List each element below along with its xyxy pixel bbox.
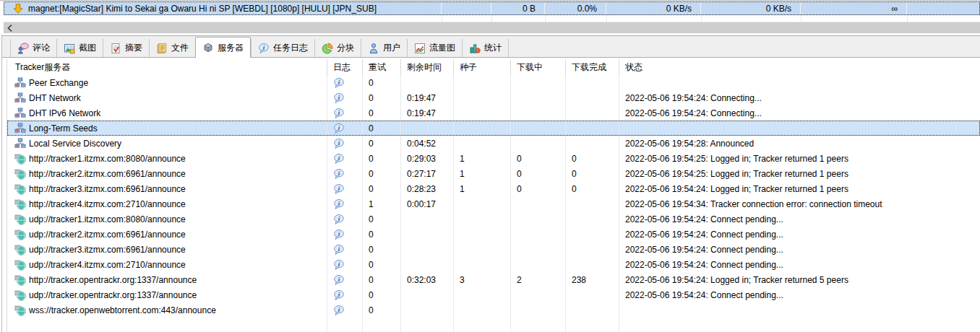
- log-cell[interactable]: i: [327, 302, 363, 318]
- status-cell: 2022-05-06 19:54:24: Logged in; Tracker …: [619, 181, 980, 196]
- log-icon[interactable]: i: [333, 289, 345, 301]
- table-row[interactable]: Local Service Discovery i 0 0:04:52 2022…: [7, 136, 980, 151]
- log-cell[interactable]: i: [327, 211, 363, 227]
- log-icon[interactable]: i: [333, 77, 345, 89]
- log-cell[interactable]: i: [327, 166, 363, 181]
- tab-comments[interactable]: 评论: [10, 39, 56, 57]
- column-header-log[interactable]: 日志: [327, 59, 363, 75]
- log-cell[interactable]: i: [327, 105, 363, 121]
- table-row[interactable]: http://tracker3.itzmx.com:6961/announce …: [7, 181, 980, 196]
- table-row[interactable]: http://tracker.opentrackr.org:1337/annou…: [7, 272, 980, 287]
- log-icon[interactable]: i: [333, 153, 345, 165]
- downloading-cell: 2: [511, 272, 566, 287]
- log-cell[interactable]: i: [327, 181, 363, 196]
- tab-pieces[interactable]: 分块: [314, 39, 361, 57]
- log-icon[interactable]: i: [333, 183, 345, 195]
- table-row[interactable]: udp://tracker4.itzmx.com:2710/announce i…: [7, 257, 980, 272]
- summary-icon: [110, 43, 121, 54]
- table-row[interactable]: Long-Term Seeds i 0: [7, 121, 980, 136]
- tracker-name: http://tracker4.itzmx.com:2710/announce: [29, 199, 186, 209]
- log-cell[interactable]: i: [327, 75, 363, 90]
- tab-server[interactable]: 服务器: [195, 37, 251, 58]
- downloading-cell: [511, 75, 566, 90]
- seeds-cell: 1: [454, 166, 511, 181]
- globe-icon: [14, 259, 26, 271]
- table-row[interactable]: wss://tracker.openwebtorrent.com:443/ann…: [7, 302, 980, 318]
- column-header-retry[interactable]: 重试: [363, 59, 401, 75]
- table-row[interactable]: udp://tracker2.itzmx.com:6961/announce i…: [7, 227, 980, 242]
- status-cell: 2022-05-06 19:54:24: Connect pending...: [619, 227, 980, 242]
- column-header-tracker[interactable]: Tracker服务器: [7, 59, 327, 75]
- log-icon[interactable]: i: [333, 168, 345, 180]
- table-row[interactable]: DHT Network i 0 0:19:47 2022-05-06 19:54…: [7, 90, 980, 105]
- tracker-name-cell: udp://tracker3.itzmx.com:6961/announce: [7, 242, 327, 257]
- seeds-cell: 3: [454, 272, 511, 287]
- retry-cell: 0: [363, 121, 401, 136]
- log-cell[interactable]: i: [327, 272, 363, 287]
- log-icon[interactable]: i: [333, 229, 345, 240]
- log-cell[interactable]: i: [327, 151, 363, 166]
- seeds-cell: [454, 90, 511, 105]
- table-row[interactable]: DHT IPv6 Network i 0 0:19:47 2022-05-06 …: [7, 105, 980, 121]
- status-cell: [619, 121, 980, 136]
- log-cell[interactable]: i: [327, 136, 363, 151]
- log-icon[interactable]: i: [333, 198, 345, 210]
- tracker-name-cell: udp://tracker2.itzmx.com:6961/announce: [7, 227, 327, 242]
- log-icon[interactable]: i: [333, 244, 345, 255]
- log-cell[interactable]: i: [327, 287, 363, 302]
- table-row[interactable]: http://tracker1.itzmx.com:8080/announce …: [7, 151, 980, 166]
- remaining-time-cell: 0:32:03: [401, 272, 454, 287]
- log-icon[interactable]: i: [333, 138, 345, 149]
- horizontal-scrollbar[interactable]: [4, 22, 980, 33]
- tab-traffic[interactable]: 流量图: [407, 39, 462, 57]
- log-icon[interactable]: i: [333, 274, 345, 286]
- column-header-seeds[interactable]: 种子: [454, 59, 511, 75]
- tab-screenshot[interactable]: 截图: [56, 39, 103, 57]
- column-header-downloading[interactable]: 下载中: [511, 59, 566, 75]
- log-icon[interactable]: i: [333, 92, 345, 104]
- table-row[interactable]: Peer Exchange i 0: [7, 75, 980, 90]
- downloaded-cell: [566, 242, 619, 257]
- log-cell[interactable]: i: [327, 257, 363, 272]
- status-cell: 2022-05-06 19:54:24: Connect pending...: [619, 242, 980, 257]
- remaining-time-cell: [401, 257, 454, 272]
- tracker-name: DHT Network: [29, 93, 81, 103]
- log-icon[interactable]: i: [333, 259, 345, 271]
- downloading-cell: [511, 242, 566, 257]
- seeds-cell: [454, 196, 511, 211]
- table-row[interactable]: udp://tracker1.itzmx.com:8080/announce i…: [7, 211, 980, 227]
- log-cell[interactable]: i: [327, 227, 363, 242]
- scroll-left-button[interactable]: [4, 22, 16, 33]
- table-row[interactable]: udp://tracker3.itzmx.com:6961/announce i…: [7, 242, 980, 257]
- torrent-upload-speed-cell: 0 KB/s: [700, 2, 800, 14]
- log-cell[interactable]: i: [327, 121, 363, 136]
- tab-tasklog[interactable]: i 任务日志: [251, 39, 314, 57]
- scroll-left-icon: [4, 22, 16, 34]
- seeds-cell: [454, 257, 511, 272]
- log-icon[interactable]: i: [333, 123, 345, 134]
- globe-icon: [14, 168, 26, 180]
- log-icon[interactable]: i: [333, 214, 345, 225]
- tracker-name: http://tracker3.itzmx.com:6961/announce: [29, 184, 186, 194]
- tab-users[interactable]: 用户: [361, 39, 407, 57]
- table-row[interactable]: http://tracker2.itzmx.com:6961/announce …: [7, 166, 980, 181]
- remaining-time-cell: 0:27:17: [401, 166, 454, 181]
- table-row[interactable]: udp://tracker.opentrackr.org:1337/announ…: [7, 287, 980, 302]
- log-cell[interactable]: i: [327, 242, 363, 257]
- torrent-row-selected[interactable]: magnet:[MagicStar] Kimi to Sekai ga Owar…: [4, 1, 980, 15]
- tracker-name-cell: http://tracker3.itzmx.com:6961/announce: [7, 181, 327, 196]
- tab-label: 用户: [383, 42, 400, 54]
- tab-summary[interactable]: 摘要: [103, 39, 149, 57]
- log-cell[interactable]: i: [327, 196, 363, 211]
- column-header-downloaded[interactable]: 下载完成: [566, 59, 619, 75]
- column-header-status[interactable]: 状态: [619, 59, 980, 75]
- tab-stats[interactable]: 统计: [462, 39, 509, 57]
- log-cell[interactable]: i: [327, 90, 363, 105]
- column-header-remaining[interactable]: 剩余时间: [401, 59, 454, 75]
- table-row[interactable]: http://tracker4.itzmx.com:2710/announce …: [7, 196, 980, 211]
- downloading-cell: 0: [511, 181, 566, 196]
- log-icon[interactable]: i: [333, 108, 345, 119]
- status-cell: 2022-05-06 19:54:24: Connecting...: [619, 90, 980, 105]
- log-icon[interactable]: i: [333, 305, 345, 316]
- tab-files[interactable]: 文件: [149, 39, 195, 57]
